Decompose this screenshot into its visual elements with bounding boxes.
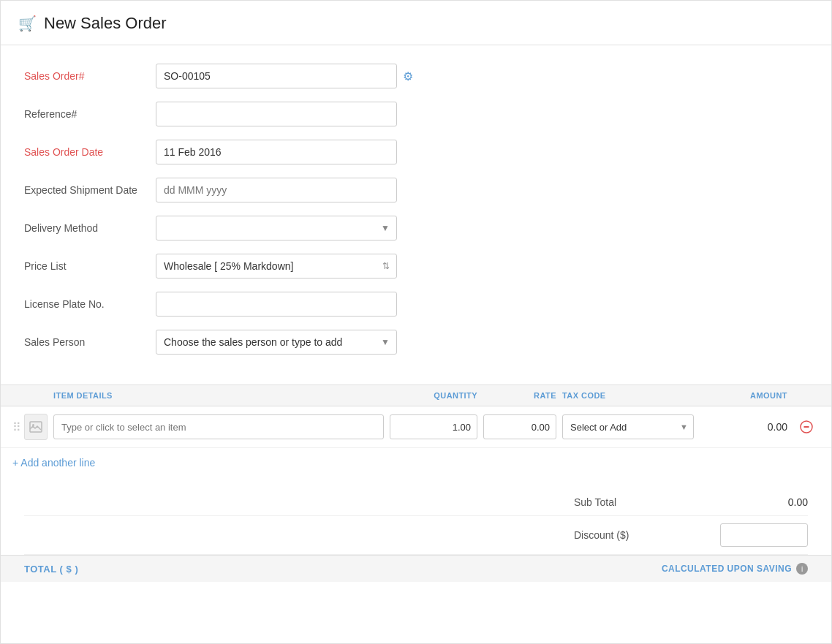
reference-label: Reference#: [24, 108, 156, 120]
sub-total-label: Sub Total: [574, 496, 720, 508]
discount-row: Discount ($): [24, 516, 808, 555]
col-rate: RATE: [483, 391, 556, 400]
image-icon: [29, 421, 42, 433]
col-quantity: QUANTITY: [390, 391, 477, 400]
remove-icon: [800, 420, 813, 433]
discount-input[interactable]: [720, 523, 808, 547]
calculated-text: CALCULATED UPON SAVING: [662, 564, 792, 574]
tax-select-wrapper: Select or Add ▼: [562, 414, 694, 439]
item-image: [24, 414, 48, 440]
discount-label: Discount ($): [574, 529, 720, 541]
row-amount: 0.00: [700, 421, 787, 433]
price-list-wrapper: Wholesale [ 25% Markdown] ⇅: [156, 254, 397, 279]
col-drag-spacer: [12, 391, 48, 400]
sales-person-wrapper: Choose the sales person or type to add ▼: [156, 330, 397, 355]
sub-total-row: Sub Total 0.00: [24, 489, 808, 516]
form-section: Sales Order# ⚙ Reference# Sales Order Da…: [1, 45, 831, 379]
delivery-method-row: Delivery Method ▼: [24, 215, 808, 241]
drag-handle-icon: ⠿: [12, 420, 21, 434]
table-header: ITEM DETAILS QUANTITY RATE TAX CODE AMOU…: [1, 385, 831, 406]
add-another-line-button[interactable]: + Add another line: [1, 448, 107, 477]
sub-total-value: 0.00: [720, 496, 808, 508]
expected-shipment-row: Expected Shipment Date: [24, 177, 808, 203]
delivery-method-wrapper: ▼: [156, 216, 397, 240]
add-line-area: + Add another line: [1, 448, 831, 477]
license-plate-input[interactable]: [156, 292, 397, 317]
license-plate-label: License Plate No.: [24, 298, 156, 310]
sales-order-input[interactable]: [156, 64, 397, 88]
col-amount: AMOUNT: [700, 391, 787, 400]
totals-section: Sub Total 0.00 Discount ($) TOTAL ( $ ) …: [1, 477, 831, 594]
col-tax-code: TAX CODE: [562, 391, 694, 400]
reference-row: Reference#: [24, 101, 808, 127]
sales-order-label: Sales Order#: [24, 70, 156, 82]
calculated-area: CALCULATED UPON SAVING i: [662, 563, 808, 575]
cart-icon: 🛒: [18, 15, 37, 32]
info-icon[interactable]: i: [796, 563, 808, 575]
expected-shipment-input[interactable]: [156, 178, 397, 202]
price-list-select[interactable]: Wholesale [ 25% Markdown]: [156, 254, 397, 279]
delivery-method-label: Delivery Method: [24, 222, 156, 234]
gear-icon[interactable]: ⚙: [403, 69, 413, 83]
sales-person-label: Sales Person: [24, 336, 156, 348]
sales-order-row: Sales Order# ⚙: [24, 63, 808, 89]
page-title: New Sales Order: [44, 14, 167, 33]
sales-person-select[interactable]: Choose the sales person or type to add: [156, 330, 397, 355]
page-header: 🛒 New Sales Order: [1, 1, 831, 45]
price-list-row: Price List Wholesale [ 25% Markdown] ⇅: [24, 253, 808, 279]
reference-input[interactable]: [156, 102, 397, 126]
sales-order-date-row: Sales Order Date: [24, 139, 808, 165]
price-list-label: Price List: [24, 260, 156, 272]
total-label: TOTAL ( $ ): [24, 564, 78, 575]
item-description-input[interactable]: [53, 414, 384, 439]
tax-code-select[interactable]: Select or Add: [562, 414, 694, 439]
row-drag-area: ⠿: [12, 414, 48, 440]
total-row: TOTAL ( $ ) CALCULATED UPON SAVING i: [1, 555, 831, 582]
sales-person-row: Sales Person Choose the sales person or …: [24, 329, 808, 355]
quantity-input[interactable]: [390, 414, 477, 439]
rate-input[interactable]: [483, 414, 556, 439]
delivery-method-select[interactable]: [156, 216, 397, 240]
remove-row-button[interactable]: [793, 420, 820, 433]
expected-shipment-label: Expected Shipment Date: [24, 184, 156, 196]
sales-order-date-label: Sales Order Date: [24, 146, 156, 158]
col-item-details: ITEM DETAILS: [53, 391, 384, 400]
sales-order-date-input[interactable]: [156, 140, 397, 164]
table-row: ⠿ Select or Add ▼: [1, 406, 831, 448]
license-plate-row: License Plate No.: [24, 291, 808, 317]
col-action-spacer: [793, 391, 820, 400]
item-details-section: ITEM DETAILS QUANTITY RATE TAX CODE AMOU…: [1, 384, 831, 477]
